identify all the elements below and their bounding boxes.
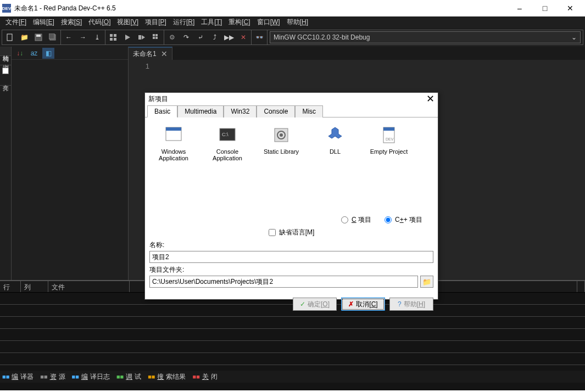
- new-project-dialog: 新项目 ✕ BasicMultimediaWin32ConsoleMisc Wi…: [144, 92, 438, 300]
- template-label: Static Library: [259, 148, 303, 155]
- menu-r[interactable]: 运行[R]: [170, 16, 198, 28]
- ok-button[interactable]: ✓ 确定[O]: [293, 298, 337, 311]
- tab-icon: ■■: [72, 373, 79, 380]
- compile-icon[interactable]: [108, 32, 119, 43]
- svg-rect-10: [138, 35, 141, 40]
- left-vertical-tabs: 结构 浏览 文件: [0, 47, 12, 280]
- project-folder-input[interactable]: [149, 276, 418, 288]
- default-lang-row: 缺省语言[M]: [149, 226, 433, 239]
- svg-rect-12: [153, 34, 155, 36]
- continue-icon[interactable]: ▶▶: [224, 32, 235, 43]
- bottom-tab[interactable]: ■■资源: [40, 372, 65, 382]
- template-static-library[interactable]: Static Library: [259, 124, 303, 212]
- grid-empty-row: [0, 341, 585, 353]
- back-icon[interactable]: ←: [63, 32, 74, 43]
- dialog-tab-misc[interactable]: Misc: [295, 105, 323, 117]
- bottom-tab[interactable]: ■■编译器: [2, 372, 34, 382]
- close-tab-icon[interactable]: ✕: [161, 49, 168, 58]
- bottom-tab[interactable]: ■■调试: [116, 372, 141, 382]
- menu-e[interactable]: 编辑[E]: [30, 16, 58, 28]
- vtab-browse[interactable]: 浏览: [0, 56, 11, 65]
- step-into-icon[interactable]: ⤶: [195, 32, 206, 43]
- tab-icon: ■■: [148, 373, 155, 380]
- titlebar: DEV 未命名1 - Red Panda Dev-C++ 6.5 – □ ✕: [0, 0, 585, 16]
- name-label: 名称:: [149, 239, 433, 251]
- vtab-structure[interactable]: 结构: [0, 47, 11, 56]
- check-icon: ✓: [300, 300, 305, 308]
- template-grid: Windows ApplicationC:\Console Applicatio…: [149, 122, 433, 214]
- bottom-tab[interactable]: ■■搜索结果: [148, 372, 186, 382]
- template-dll[interactable]: DLL: [313, 124, 357, 212]
- maximize-button[interactable]: □: [532, 0, 558, 16]
- menu-w[interactable]: 窗口[W]: [254, 16, 283, 28]
- grid-empty-row: [0, 353, 585, 365]
- menu-c[interactable]: 重构[C]: [225, 16, 253, 28]
- menu-s[interactable]: 搜索[S]: [58, 16, 86, 28]
- window-controls: – □ ✕: [507, 0, 583, 16]
- template-icon: [270, 124, 292, 146]
- indent-icon[interactable]: ⤓: [92, 32, 103, 43]
- minimize-button[interactable]: –: [507, 0, 532, 16]
- editor-tab[interactable]: 未命名1 ✕: [129, 47, 172, 60]
- close-button[interactable]: ✕: [558, 0, 583, 16]
- menu-v[interactable]: 视图[V]: [114, 16, 142, 28]
- save-icon[interactable]: [33, 32, 44, 43]
- dialog-tab-console[interactable]: Console: [257, 105, 295, 117]
- menu-t[interactable]: 工具[T]: [198, 16, 225, 28]
- compile-run-icon[interactable]: [136, 32, 147, 43]
- radio-c-project[interactable]: C 项目: [341, 215, 371, 225]
- name-field-row: [149, 251, 433, 263]
- dialog-tab-win32[interactable]: Win32: [224, 105, 257, 117]
- template-empty-project[interactable]: DEVEmpty Project: [367, 124, 411, 212]
- col-header[interactable]: 行: [0, 281, 21, 292]
- rebuild-icon[interactable]: [151, 32, 161, 43]
- step-out-icon[interactable]: ⤴: [209, 32, 220, 43]
- browse-folder-button[interactable]: 📁: [420, 276, 433, 288]
- dialog-tab-basic[interactable]: Basic: [147, 105, 177, 117]
- template-label: Windows Application: [152, 148, 196, 161]
- default-lang-input[interactable]: [269, 229, 276, 236]
- compiler-selector[interactable]: MinGW GCC10.2.0 32-bit Debug ⌄: [270, 31, 581, 43]
- menu-p[interactable]: 项目[P]: [142, 16, 170, 28]
- svg-rect-17: [166, 127, 181, 131]
- open-icon[interactable]: 📁: [19, 32, 30, 43]
- tab-icon: ■■: [2, 373, 9, 380]
- default-lang-checkbox[interactable]: 缺省语言[M]: [269, 228, 315, 237]
- new-file-icon[interactable]: [4, 32, 15, 43]
- radio-cpp-input[interactable]: [385, 216, 392, 223]
- template-windows-application[interactable]: Windows Application: [152, 124, 196, 212]
- bottom-tab[interactable]: ■■编译日志: [72, 372, 110, 382]
- stop-debug-icon[interactable]: ✕: [238, 32, 249, 43]
- vtab-files[interactable]: 文件: [0, 76, 11, 86]
- radio-cpp-project[interactable]: C++ 项目: [385, 215, 422, 225]
- menu-h[interactable]: 帮助[H]: [283, 16, 311, 28]
- tree-view-icon[interactable]: ◧: [42, 48, 54, 59]
- save-all-icon[interactable]: [47, 32, 58, 43]
- menu-f[interactable]: 文件[F]: [2, 16, 30, 28]
- cancel-button[interactable]: ✗ 取消[C]: [341, 298, 385, 311]
- svg-rect-8: [114, 38, 116, 41]
- sort-down-icon[interactable]: ↓↓: [14, 48, 26, 59]
- profiler-icon[interactable]: 👓: [254, 32, 265, 43]
- dialog-body: Windows ApplicationC:\Console Applicatio…: [145, 117, 438, 293]
- menu-o[interactable]: 代码[O]: [85, 16, 114, 28]
- bottom-tabs: ■■编译器■■资源■■编译日志■■调试■■搜索结果■■关闭: [0, 371, 585, 383]
- tab-icon: ■■: [40, 373, 47, 380]
- project-name-input[interactable]: [149, 251, 433, 263]
- run-icon[interactable]: [122, 32, 133, 43]
- template-console-application[interactable]: C:\Console Application: [205, 124, 249, 212]
- col-header[interactable]: 列: [21, 281, 48, 292]
- help-button[interactable]: ? 帮助[H]: [389, 298, 433, 311]
- col-header[interactable]: 文件: [48, 281, 130, 292]
- debug-icon[interactable]: ⚙: [166, 32, 177, 43]
- forward-icon[interactable]: →: [77, 32, 88, 43]
- template-icon: [163, 124, 185, 146]
- step-over-icon[interactable]: ↷: [181, 32, 192, 43]
- radio-c-input[interactable]: [341, 216, 348, 223]
- bottom-tab[interactable]: ■■关闭: [192, 372, 217, 382]
- sort-alpha-icon[interactable]: az: [28, 48, 40, 59]
- window-title: 未命名1 - Red Panda Dev-C++ 6.5: [14, 4, 507, 13]
- dialog-tab-multimedia[interactable]: Multimedia: [177, 105, 224, 117]
- dialog-close-icon[interactable]: ✕: [426, 93, 434, 105]
- dialog-title: 新项目: [148, 94, 168, 104]
